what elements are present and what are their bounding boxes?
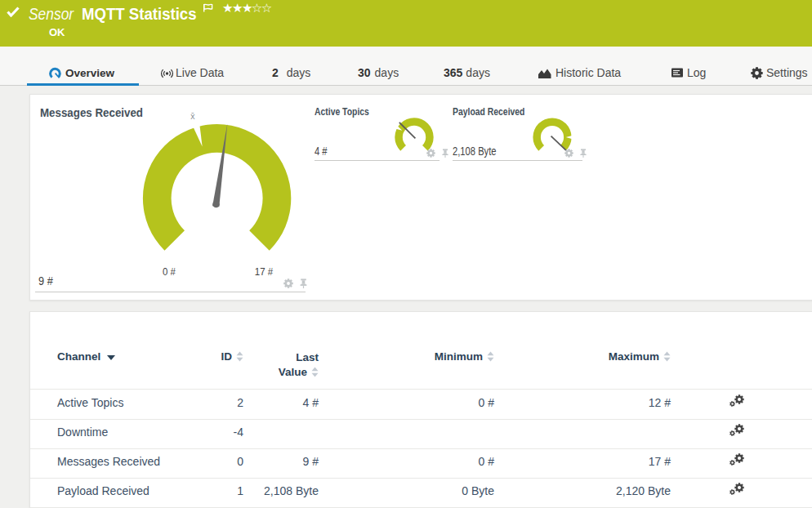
panel-footer-icons — [426, 149, 449, 158]
flag-icon[interactable] — [202, 3, 214, 14]
object-kind-label: Sensor — [29, 6, 74, 22]
sensor-banner: Sensor MQTT Statistics ★★★☆☆ OK — [0, 0, 812, 47]
table-header: Channel ID Last Value Minimum Maximum — [30, 348, 812, 389]
tab-2-days[interactable]: 2 days — [265, 47, 319, 86]
sort-icon — [663, 351, 671, 362]
pin-icon[interactable] — [299, 279, 308, 288]
live-icon — [160, 67, 174, 80]
tab-live-data[interactable]: Live Data — [155, 47, 233, 86]
chart-icon — [538, 67, 552, 79]
cell-maximum: 12 # — [30, 390, 671, 416]
gears-icon — [729, 453, 744, 466]
gauge-value-payload-received: 2,108 Byte — [453, 145, 497, 158]
tab-overview[interactable]: Overview — [27, 47, 139, 86]
tab-365-days[interactable]: 365 days — [437, 47, 501, 86]
gears-icon — [729, 424, 744, 436]
gauge-min-label: 0 # — [154, 265, 183, 278]
channel-settings-gears-icon[interactable] — [725, 390, 749, 416]
gears-icon — [729, 483, 744, 495]
divider — [315, 160, 439, 161]
gauge-title-messages-received: Messages Received — [40, 105, 143, 120]
gauge-max-label: 17 # — [249, 265, 278, 278]
tab-settings[interactable]: Settings — [746, 47, 812, 86]
overview-gauges-panel: Messages Received x̄ 0 # 17 # 9 # Active… — [29, 94, 812, 301]
log-icon — [671, 67, 684, 78]
gauge-icon — [49, 67, 61, 79]
column-header-maximum[interactable]: Maximum — [30, 350, 671, 363]
cell-maximum: 2,120 Byte — [30, 478, 671, 504]
table-row-messages-received[interactable]: Messages Received 0 9 # 0 # 17 # — [30, 448, 812, 478]
tab-log[interactable]: Log — [666, 47, 710, 86]
priority-stars[interactable]: ★★★☆☆ — [222, 1, 271, 16]
cell-maximum: 17 # — [30, 448, 671, 475]
pin-icon[interactable] — [579, 149, 587, 158]
gauge-value-messages-received: 9 # — [38, 274, 53, 287]
channel-settings-gears-icon[interactable] — [725, 478, 749, 504]
panel-footer-icons — [283, 279, 308, 288]
sort-icon — [311, 367, 319, 377]
tab-historic-data[interactable]: Historic Data — [533, 47, 624, 86]
title-line: Sensor MQTT Statistics — [29, 6, 205, 24]
gauge-title-payload-received: Payload Received — [453, 105, 524, 118]
table-row-active-topics[interactable]: Active Topics 2 4 # 0 # 12 # — [30, 390, 812, 419]
gear-icon[interactable] — [283, 279, 293, 288]
gear-icon[interactable] — [426, 149, 435, 158]
status-check-icon — [7, 7, 20, 17]
mean-marker-label: x̄ — [190, 111, 194, 121]
gear-icon[interactable] — [564, 149, 573, 158]
gear-icon — [751, 67, 763, 79]
tab-bar: Overview Live Data 2 days 30 days 365 da… — [0, 47, 812, 86]
gauge-value-active-topics: 4 # — [315, 145, 328, 158]
panel-footer-icons — [564, 149, 587, 158]
table-row-payload-received[interactable]: Payload Received 1 2,108 Byte 0 Byte 2,1… — [30, 478, 812, 507]
channel-settings-gears-icon[interactable] — [725, 419, 749, 445]
gears-icon — [729, 394, 744, 407]
channels-table-panel: Channel ID Last Value Minimum Maximum Ac… — [29, 311, 812, 508]
cell-id: -4 — [30, 419, 243, 445]
divider — [453, 160, 582, 161]
gauge-title-active-topics: Active Topics — [315, 105, 369, 118]
divider — [35, 292, 306, 292]
tab-30-days[interactable]: 30 days — [351, 47, 408, 86]
status-badge: OK — [49, 26, 65, 38]
gauge-messages-received — [135, 116, 300, 260]
active-tab-underline — [27, 83, 139, 86]
page-title: MQTT Statistics — [82, 6, 197, 22]
table-row-downtime[interactable]: Downtime -4 — [30, 419, 812, 448]
pin-icon[interactable] — [441, 149, 449, 158]
channel-settings-gears-icon[interactable] — [725, 448, 749, 475]
